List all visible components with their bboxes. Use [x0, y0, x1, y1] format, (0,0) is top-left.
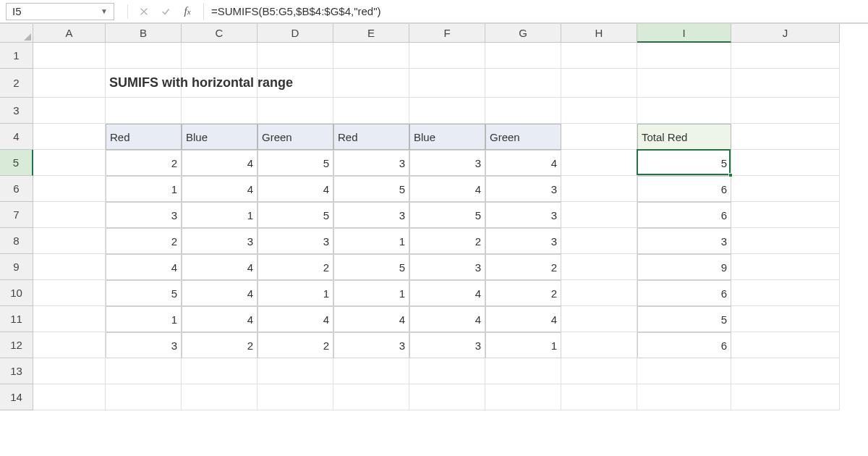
- cell-H8[interactable]: [561, 228, 637, 254]
- chevron-down-icon[interactable]: ▼: [101, 7, 108, 15]
- cell-F3[interactable]: [409, 98, 485, 124]
- column-header-A[interactable]: A: [33, 24, 106, 43]
- cell-I5[interactable]: 5: [637, 150, 731, 176]
- cell-A14[interactable]: [33, 384, 106, 410]
- cell-C7[interactable]: 1: [182, 202, 258, 228]
- cell-C1[interactable]: [182, 43, 258, 69]
- cell-D5[interactable]: 5: [258, 150, 333, 176]
- cell-A3[interactable]: [33, 98, 106, 124]
- cell-D11[interactable]: 4: [258, 306, 333, 332]
- cell-B13[interactable]: [106, 358, 182, 384]
- cell-I2[interactable]: [637, 69, 731, 98]
- cell-D4[interactable]: Green: [258, 124, 333, 150]
- column-header-E[interactable]: E: [333, 24, 409, 43]
- cell-C14[interactable]: [182, 384, 258, 410]
- cell-H1[interactable]: [561, 43, 637, 69]
- cell-J4[interactable]: [731, 124, 840, 150]
- cell-B4[interactable]: Red: [106, 124, 182, 150]
- cell-H10[interactable]: [561, 280, 637, 306]
- row-header-9[interactable]: 9: [0, 254, 33, 280]
- cell-G6[interactable]: 3: [485, 176, 561, 202]
- cell-F11[interactable]: 4: [409, 306, 485, 332]
- cell-H13[interactable]: [561, 358, 637, 384]
- cell-A12[interactable]: [33, 332, 106, 358]
- cell-J8[interactable]: [731, 228, 840, 254]
- cell-D3[interactable]: [258, 98, 333, 124]
- cell-J11[interactable]: [731, 306, 840, 332]
- cell-G10[interactable]: 2: [485, 280, 561, 306]
- fx-icon[interactable]: fx: [182, 6, 193, 17]
- row-header-3[interactable]: 3: [0, 98, 33, 124]
- cell-H2[interactable]: [561, 69, 637, 98]
- cell-I12[interactable]: 6: [637, 332, 731, 358]
- column-header-G[interactable]: G: [485, 24, 561, 43]
- cell-E5[interactable]: 3: [333, 150, 409, 176]
- cell-F7[interactable]: 5: [409, 202, 485, 228]
- cell-C13[interactable]: [182, 358, 258, 384]
- cell-B14[interactable]: [106, 384, 182, 410]
- cell-C12[interactable]: 2: [182, 332, 258, 358]
- cell-I9[interactable]: 9: [637, 254, 731, 280]
- cell-A7[interactable]: [33, 202, 106, 228]
- cell-C10[interactable]: 4: [182, 280, 258, 306]
- cell-A6[interactable]: [33, 176, 106, 202]
- cell-J6[interactable]: [731, 176, 840, 202]
- column-header-H[interactable]: H: [561, 24, 637, 43]
- cell-I8[interactable]: 3: [637, 228, 731, 254]
- cell-E9[interactable]: 5: [333, 254, 409, 280]
- cell-C3[interactable]: [182, 98, 258, 124]
- cell-H12[interactable]: [561, 332, 637, 358]
- cell-B5[interactable]: 2: [106, 150, 182, 176]
- cell-H9[interactable]: [561, 254, 637, 280]
- column-header-F[interactable]: F: [409, 24, 485, 43]
- row-header-7[interactable]: 7: [0, 202, 33, 228]
- cell-J12[interactable]: [731, 332, 840, 358]
- cell-C9[interactable]: 4: [182, 254, 258, 280]
- row-header-14[interactable]: 14: [0, 384, 33, 410]
- name-box[interactable]: I5 ▼: [6, 3, 114, 20]
- cell-I6[interactable]: 6: [637, 176, 731, 202]
- cell-H7[interactable]: [561, 202, 637, 228]
- row-header-5[interactable]: 5: [0, 150, 33, 176]
- cell-E4[interactable]: Red: [333, 124, 409, 150]
- cell-D12[interactable]: 2: [258, 332, 333, 358]
- cell-G4[interactable]: Green: [485, 124, 561, 150]
- cell-E11[interactable]: 4: [333, 306, 409, 332]
- cell-F1[interactable]: [409, 43, 485, 69]
- cell-G8[interactable]: 3: [485, 228, 561, 254]
- cell-A4[interactable]: [33, 124, 106, 150]
- cell-G12[interactable]: 1: [485, 332, 561, 358]
- row-header-4[interactable]: 4: [0, 124, 33, 150]
- cell-A9[interactable]: [33, 254, 106, 280]
- row-header-8[interactable]: 8: [0, 228, 33, 254]
- cell-E10[interactable]: 1: [333, 280, 409, 306]
- cell-B2[interactable]: SUMIFS with horizontal range: [106, 69, 182, 98]
- column-header-I[interactable]: I: [637, 24, 731, 43]
- grid[interactable]: SUMIFS with horizontal rangeRedBlueGreen…: [33, 43, 868, 456]
- cell-B9[interactable]: 4: [106, 254, 182, 280]
- cell-D6[interactable]: 4: [258, 176, 333, 202]
- cell-B10[interactable]: 5: [106, 280, 182, 306]
- cell-E2[interactable]: [333, 69, 409, 98]
- cell-I10[interactable]: 6: [637, 280, 731, 306]
- cell-G7[interactable]: 3: [485, 202, 561, 228]
- cell-D1[interactable]: [258, 43, 333, 69]
- column-header-C[interactable]: C: [182, 24, 258, 43]
- cell-I13[interactable]: [637, 358, 731, 384]
- cell-J1[interactable]: [731, 43, 840, 69]
- cell-I7[interactable]: 6: [637, 202, 731, 228]
- cell-A11[interactable]: [33, 306, 106, 332]
- cell-G1[interactable]: [485, 43, 561, 69]
- cell-B1[interactable]: [106, 43, 182, 69]
- row-header-1[interactable]: 1: [0, 43, 33, 69]
- cell-G14[interactable]: [485, 384, 561, 410]
- cell-H6[interactable]: [561, 176, 637, 202]
- cell-B12[interactable]: 3: [106, 332, 182, 358]
- cell-C5[interactable]: 4: [182, 150, 258, 176]
- cell-H3[interactable]: [561, 98, 637, 124]
- cell-H4[interactable]: [561, 124, 637, 150]
- cell-A10[interactable]: [33, 280, 106, 306]
- cell-F14[interactable]: [409, 384, 485, 410]
- cell-I4[interactable]: Total Red: [637, 124, 731, 150]
- formula-input[interactable]: =SUMIFS(B5:G5,$B$4:$G$4,"red"): [203, 3, 868, 20]
